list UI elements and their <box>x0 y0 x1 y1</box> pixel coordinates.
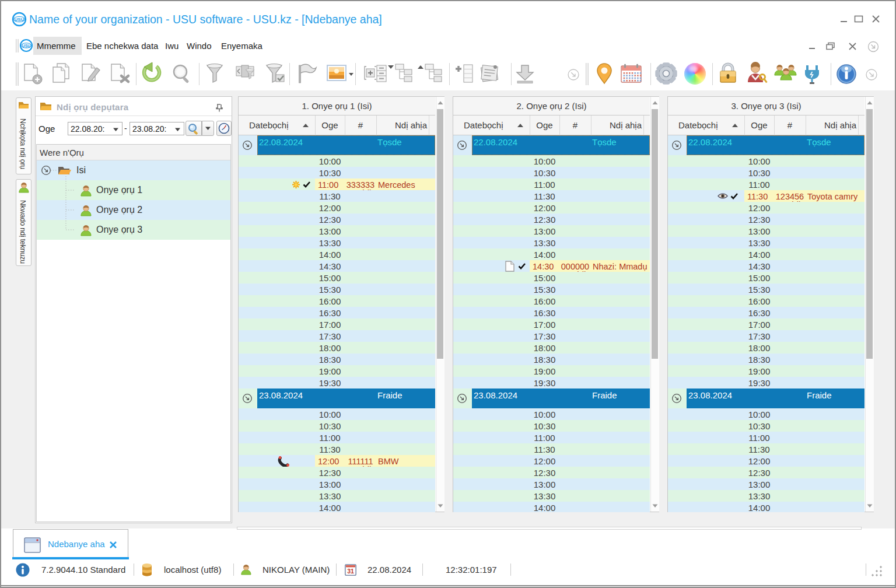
svg-text:USU: USU <box>22 44 31 48</box>
svg-text:USU: USU <box>15 17 24 22</box>
svg-text:31: 31 <box>347 568 354 575</box>
